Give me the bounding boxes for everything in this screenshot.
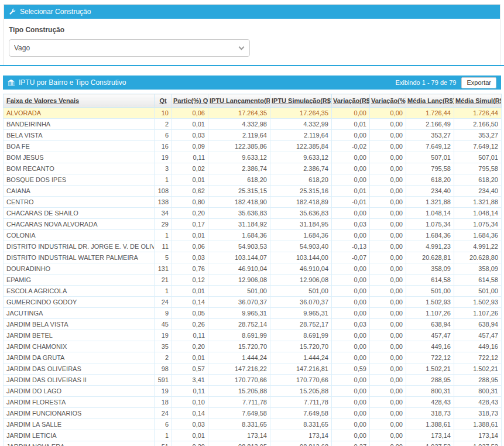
cell-value: 9 xyxy=(155,308,172,319)
table-row[interactable]: JARDIM DAS OLIVEIRAS II5913,41170.770,66… xyxy=(4,375,502,386)
cell-value: 25.315,15 xyxy=(208,186,270,197)
blue-divider xyxy=(0,65,504,66)
cell-value: 0,00 xyxy=(332,330,370,341)
cell-value: 0,00 xyxy=(370,286,406,297)
cell-bairro: CENTRO xyxy=(4,197,155,208)
table-row[interactable]: JARDIM FLORESTA180,107.711,787.711,780,0… xyxy=(4,397,502,408)
table-row[interactable]: JARDIM LA SALLE60,038.331,658.331,650,00… xyxy=(4,419,502,430)
table-row[interactable]: BOM RECANTO30,022.386,742.386,740,000,00… xyxy=(4,163,502,174)
table-row[interactable]: BANDEIRINHA20,014.332,984.332,990,010,00… xyxy=(4,119,502,130)
cell-value: 4.991,23 xyxy=(406,241,454,252)
cell-value: 0,62 xyxy=(172,186,208,197)
cell-bairro: ESCOLA AGRICOLA xyxy=(4,286,155,297)
cell-value: 7.711,78 xyxy=(208,397,270,408)
cell-value: 1.502,21 xyxy=(454,363,502,375)
cell-value: 0,03 xyxy=(332,319,370,330)
cell-value: 0,14 xyxy=(172,408,208,419)
cell-value: 4.332,99 xyxy=(270,119,332,130)
table-row[interactable]: DOURADINHO1310,7646.910,0446.910,040,000… xyxy=(4,263,502,275)
table-row[interactable]: JACUTINGA90,059.965,319.965,310,000,001.… xyxy=(4,308,502,319)
column-header[interactable]: IPTU Simulação(R$) xyxy=(270,94,332,108)
cell-value: 0,00 xyxy=(332,352,370,363)
table-row[interactable]: BELA VISTA60,032.119,642.119,640,000,003… xyxy=(4,130,502,141)
column-header[interactable]: Faixa de Valores Venais xyxy=(4,94,155,108)
cell-value: 1.684,36 xyxy=(208,230,270,241)
column-header[interactable]: Variação(R$) xyxy=(332,94,370,108)
cell-value: 0,12 xyxy=(172,275,208,286)
table-row[interactable]: JARDIM NOVA ERA510,2998.813,9598.813,68-… xyxy=(4,441,502,446)
cell-value: 1.937,53 xyxy=(406,441,454,446)
cell-value: 0,03 xyxy=(172,419,208,430)
cell-value: 4.332,98 xyxy=(208,119,270,130)
cell-value: 2.386,74 xyxy=(208,163,270,174)
column-header[interactable]: Partic(%) Qt xyxy=(172,94,208,108)
cell-value: 0,00 xyxy=(332,430,370,441)
cell-value: 8.691,99 xyxy=(270,330,332,341)
table-row[interactable]: JARDIM FUNCIONARIOS240,147.649,587.649,5… xyxy=(4,408,502,419)
table-row[interactable]: JARDIM CHAMONIX350,2015.720,7015.720,700… xyxy=(4,341,502,352)
cell-value: 501,00 xyxy=(454,286,502,297)
table-row[interactable]: CENTRO1380,80182.418,90182.418,89-0,010,… xyxy=(4,197,502,208)
cell-value: 19 xyxy=(155,386,172,397)
cell-value: 1.107,26 xyxy=(454,308,502,319)
cell-value: 0,00 xyxy=(370,352,406,363)
cell-value: 17.264,35 xyxy=(270,108,332,119)
table-row[interactable]: JARDIM LETICIA10,01173,14173,140,000,001… xyxy=(4,430,502,441)
iptu-table: Faixa de Valores VenaisQtPartic(%) QtIPT… xyxy=(3,94,502,446)
column-header[interactable]: IPTU Lançamento(R$) xyxy=(208,94,270,108)
cell-value: 0,02 xyxy=(172,163,208,174)
table-row[interactable]: JARDIM BELA VISTA450,2628.752,1428.752,1… xyxy=(4,319,502,330)
cell-value: 0,00 xyxy=(332,130,370,141)
table-row[interactable]: JARDIM DA GRUTA20,011.444,241.444,240,00… xyxy=(4,352,502,363)
column-header[interactable]: Média Simul(R$) xyxy=(454,94,502,108)
cell-value: 457,47 xyxy=(406,330,454,341)
export-button[interactable]: Exportar xyxy=(461,77,496,88)
cell-value: 234,40 xyxy=(406,186,454,197)
table-row[interactable]: DISTRITO INDUSTRIAL DR. JORGE E. V. DE O… xyxy=(4,241,502,252)
cell-value: 0,00 xyxy=(370,152,406,163)
table-row[interactable]: DISTRITO INDUSTRIAL WALTER PALMEIRA50,03… xyxy=(4,252,502,263)
cell-value: 98.813,68 xyxy=(270,441,332,446)
cell-value: 173,14 xyxy=(270,430,332,441)
cell-value: 614,58 xyxy=(406,275,454,286)
table-row[interactable]: CHACARAS NOVA ALVORADA290,1731.184,9231.… xyxy=(4,219,502,230)
table-row[interactable]: BOA FE160,09122.385,86122.385,84-0,020,0… xyxy=(4,141,502,152)
table-row[interactable]: GUMERCINDO GODOY240,1436.070,3736.070,37… xyxy=(4,297,502,308)
table-row[interactable]: JARDIM BETEL190,118.691,998.691,990,000,… xyxy=(4,330,502,341)
table-row[interactable]: ESCOLA AGRICOLA10,01501,00501,000,000,00… xyxy=(4,286,502,297)
column-header[interactable]: Qt xyxy=(155,94,172,108)
table-row[interactable]: BOSQUE DOS IPES10,01618,20618,200,000,00… xyxy=(4,174,502,186)
cell-value: 20.628,81 xyxy=(406,252,454,263)
cell-value: 507,01 xyxy=(454,152,502,163)
table-row[interactable]: BOM JESUS190,119.633,129.633,120,000,005… xyxy=(4,152,502,163)
cell-value: 2 xyxy=(155,119,172,130)
cell-value: 24 xyxy=(155,408,172,419)
cell-value: 638,94 xyxy=(406,319,454,330)
table-row[interactable]: JARDIM DO LAGO190,1115.205,8815.205,880,… xyxy=(4,386,502,397)
cell-bairro: JARDIM NOVA ERA xyxy=(4,441,155,446)
cell-value: 1.684,36 xyxy=(270,230,332,241)
cell-value: 7.649,58 xyxy=(270,408,332,419)
cell-bairro: JARDIM DO LAGO xyxy=(4,386,155,397)
cell-value: 7.649,12 xyxy=(454,141,502,152)
tipo-construcao-select[interactable]: Vago xyxy=(9,39,250,57)
cell-value: 0,00 xyxy=(370,319,406,330)
wrench-icon xyxy=(9,8,16,15)
cell-value: 15.205,88 xyxy=(208,386,270,397)
cell-value: 1.444,24 xyxy=(270,352,332,363)
table-row[interactable]: JARDIM DAS OLIVEIRAS980,57147.216,22147.… xyxy=(4,363,502,375)
cell-value: 5 xyxy=(155,252,172,263)
table-row[interactable]: ALVORADA100,0617.264,3517.264,350,000,00… xyxy=(4,108,502,119)
column-header[interactable]: Variação(%) xyxy=(370,94,406,108)
cell-value: 173,14 xyxy=(208,430,270,441)
table-row[interactable]: CAIANA1080,6225.315,1525.315,160,010,002… xyxy=(4,186,502,197)
column-header[interactable]: Média Lanç(R$) xyxy=(406,94,454,108)
cell-value: 0,00 xyxy=(370,419,406,430)
cell-value: 19 xyxy=(155,152,172,163)
cell-value: 0,00 xyxy=(332,308,370,319)
table-row[interactable]: COLONIA10,011.684,361.684,360,000,001.68… xyxy=(4,230,502,241)
cell-value: 353,27 xyxy=(454,130,502,141)
table-row[interactable]: CHACARAS DE SHAILO340,2035.636,8335.636,… xyxy=(4,208,502,219)
cell-value: 9.965,31 xyxy=(270,308,332,319)
table-row[interactable]: EPAMIG210,1212.906,0812.906,080,000,0061… xyxy=(4,275,502,286)
